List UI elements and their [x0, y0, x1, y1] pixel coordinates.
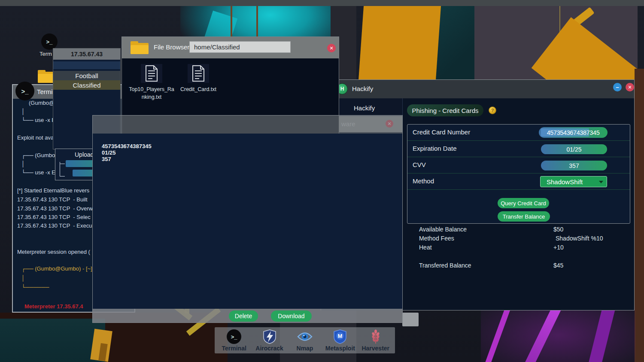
credit-card-number-label: Credit Card Number [413, 128, 470, 136]
method-fees-label: Method Fees [419, 235, 454, 242]
top-bar [0, 0, 644, 6]
delete-button[interactable]: Delete [229, 310, 258, 322]
form-row-expiration: Expiration Date 01/25 [407, 141, 630, 157]
file-browser-title: File Browser [154, 43, 189, 51]
query-credit-card-button[interactable]: Query Credit Card [498, 198, 549, 208]
method-fees-value: ShadowShift %10 [556, 235, 603, 242]
taskbar-item-nmap[interactable]: Nmap [288, 329, 322, 352]
chooser-titlebar[interactable]: 17.35.67.43 [53, 49, 120, 60]
taskbar-item-airocrack[interactable]: Airocrack [252, 329, 287, 352]
taskbar-label: Airocrack [255, 345, 283, 352]
terminal-line: Meterpreter session opened ( [17, 249, 90, 255]
taskbar-label: Terminal [222, 345, 246, 352]
terminal-prompt: │ [21, 275, 25, 281]
terminal-line: │ [21, 161, 25, 167]
folder-icon [131, 41, 149, 54]
terminal-line: 17.35.67.43 130 TCP - Selec [17, 214, 91, 220]
method-value: ShadowShift [547, 178, 583, 186]
transfered-balance-label: Transfered Balance [419, 262, 471, 269]
terminal-icon: >_ [226, 329, 242, 344]
wallpaper-rust-edge [635, 69, 644, 362]
form-row-method: Method ShadowShift [407, 173, 630, 190]
credit-card-number-value: 4573543674387345 [547, 129, 600, 136]
chooser-item-football[interactable]: Football [53, 71, 120, 80]
hackify-title: Hackify [352, 85, 373, 92]
file-content-line: 357 [102, 156, 111, 162]
taskbar: >_ Terminal Airocrack Nmap [215, 327, 395, 353]
text-viewer-titlebar[interactable] [93, 116, 402, 134]
upload-title: Upload [75, 151, 94, 158]
file-content-line: 4573543674387345 [102, 143, 152, 149]
method-dropdown[interactable]: ShadowShift [540, 176, 607, 187]
phishing-form-panel: Credit Card Number 4573543674387345 Expi… [407, 124, 630, 224]
heat-value: +10 [553, 244, 564, 251]
text-viewer-window: 4573543674387345 01/25 357 Delete Downlo… [92, 115, 403, 323]
upload-tree-line [60, 164, 65, 164]
file-name[interactable]: Credit_Card.txt [175, 85, 222, 93]
taskbar-label: Harvester [361, 345, 389, 352]
terminal-prompt: ┌── (Gumbo@Gumbo) - [~] [21, 265, 92, 272]
metasploit-shield-icon: M [332, 329, 348, 344]
file-content-line: 01/25 [102, 149, 116, 156]
expiration-date-label: Expiration Date [413, 145, 457, 152]
terminal-line: 17.35.67.43 130 TCP - Overw [17, 205, 93, 212]
taskbar-label: Nmap [297, 345, 313, 352]
upload-tree-line [60, 176, 65, 176]
text-viewer-actionbar: Delete Download [93, 309, 402, 323]
chevron-down-icon [599, 181, 603, 183]
nmap-eye-icon [297, 329, 313, 344]
chooser-item-classified[interactable]: Classified [53, 80, 120, 90]
text-file-icon[interactable] [191, 65, 206, 82]
close-icon[interactable]: ✕ [626, 83, 634, 91]
taskbar-item-terminal[interactable]: >_ Terminal [217, 329, 251, 352]
terminal-prompt: └────── [21, 284, 49, 290]
chooser-selected-row[interactable] [53, 61, 120, 69]
taskbar-item-metasploit[interactable]: M Metasploit [323, 329, 357, 352]
expiration-date-input[interactable]: 01/25 [541, 144, 607, 154]
address-bar-input[interactable] [189, 41, 291, 53]
coin-hint-icon[interactable]: ? [489, 106, 496, 114]
credit-card-number-input[interactable]: 4573543674387345 [539, 127, 608, 138]
terminal-line: └── use -x E [21, 169, 55, 176]
airocrack-shield-icon [262, 329, 277, 344]
heat-label: Heat [419, 244, 432, 251]
close-icon[interactable]: ✕ [327, 44, 336, 52]
upload-tree-line [60, 162, 60, 176]
cvv-input[interactable]: 357 [541, 161, 607, 170]
terminal-title: Termi [37, 88, 53, 95]
form-row-cvv: CVV 357 [407, 157, 630, 173]
window-fragment [402, 313, 419, 326]
form-row-credit-card: Credit Card Number 4573543674387345 [407, 125, 630, 141]
download-button[interactable]: Download [271, 310, 312, 322]
terminal-line: 17.35.67.43 130 TCP - Built [17, 196, 88, 203]
harvester-plant-icon [368, 329, 383, 344]
method-label: Method [413, 177, 434, 185]
text-viewer-body: 4573543674387345 01/25 357 [93, 134, 402, 309]
sidebar-item-hackify[interactable]: Hackify [354, 104, 375, 112]
transfer-balance-button[interactable]: Transfer Balance [498, 211, 550, 222]
desktop-terminal-icon[interactable]: >_ [41, 33, 58, 50]
file-name[interactable]: Top10_Players_Ranking.txt [128, 85, 175, 101]
terminal-line: [*] Started EternalBlue revers [17, 187, 89, 194]
terminal-line: Exploit not ava [17, 134, 54, 141]
terminal-line: └── use -x E [21, 117, 55, 123]
desktop-screen: >_ Term >_ Termi (Gumbo@ │ └── use -x E … [0, 0, 644, 362]
terminal-line: 17.35.67.43 130 TCP - Execu [17, 222, 92, 229]
text-file-icon[interactable] [144, 65, 159, 82]
transfered-balance-value: $45 [553, 262, 563, 269]
terminal-line: │ [21, 108, 25, 115]
terminal-app-icon: >_ [15, 82, 34, 100]
taskbar-item-harvester[interactable]: Harvester [358, 329, 393, 352]
terminal-meterpreter-line: Meterpreter 17.35.67.4 [24, 303, 83, 310]
svg-text:M: M [338, 333, 343, 339]
section-pill-phishing-credit-cards[interactable]: Phishing - Credit Cards [407, 104, 483, 116]
cvv-label: CVV [413, 161, 426, 168]
available-balance-label: Available Balance [419, 226, 467, 233]
wallpaper-teal-corner [0, 319, 105, 362]
terminal-line: (Gumbo@ [29, 100, 55, 106]
taskbar-label: Metasploit [325, 345, 355, 352]
available-balance-value: $50 [553, 226, 563, 233]
minimize-button[interactable]: − [613, 83, 622, 91]
